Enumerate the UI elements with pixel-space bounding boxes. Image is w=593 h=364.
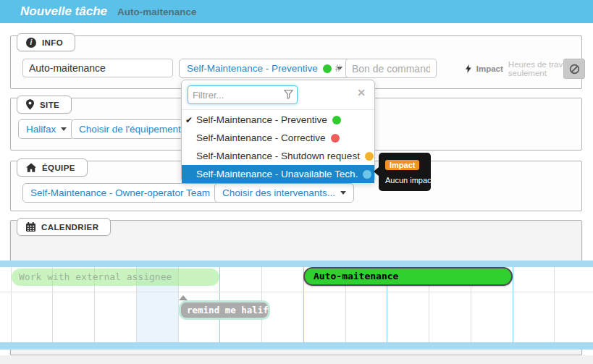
calendar-panel-tab: CALENDRIER xyxy=(17,218,111,236)
calendar-timeline: Work with external assignee Auto-maitena… xyxy=(0,261,593,350)
timeline-top-band xyxy=(0,261,593,267)
info-tab-label: INFO xyxy=(42,38,63,47)
home-icon xyxy=(26,163,36,172)
team-panel-tab: ÉQUIPE xyxy=(17,158,88,177)
impact-label: Impact xyxy=(476,64,503,73)
page-subtitle: Auto-maitenance xyxy=(117,7,197,17)
calendar-event-ghost[interactable]: Work with external assignee xyxy=(12,268,219,286)
circle-slash-icon xyxy=(569,64,580,75)
site-selected-label: Halifax xyxy=(26,124,56,135)
page-title: Nouvelle tâche xyxy=(20,4,107,19)
tooltip-arrow-icon xyxy=(374,167,379,176)
event-start-marker-icon xyxy=(179,295,188,300)
site-panel-tab: SITE xyxy=(17,96,72,114)
dropdown-option-shutdown-request[interactable]: Self-Maintenance - Shutdown request xyxy=(182,147,374,165)
calendar-icon xyxy=(26,222,35,232)
caret-down-icon xyxy=(340,191,346,195)
dropdown-separator xyxy=(182,109,374,110)
timeline-grid: Work with external assignee Auto-maitena… xyxy=(0,267,593,342)
no-impact-button[interactable] xyxy=(563,59,585,79)
category-color-dot xyxy=(323,64,332,73)
equipment-select-button[interactable]: Choisir de l'équipement... xyxy=(71,119,197,139)
app-header: Nouvelle tâche Auto-maitenance xyxy=(0,0,593,23)
site-tab-label: SITE xyxy=(40,101,59,109)
dropdown-option-preventive[interactable]: ✔ Self-Maintenance - Preventive xyxy=(182,111,374,129)
calendar-event-current-task[interactable]: Auto-maitenance xyxy=(303,267,513,286)
grid-row-divider xyxy=(0,292,593,292)
assignees-select-button[interactable]: Choisir des intervenants... xyxy=(214,183,354,203)
funnel-icon xyxy=(284,90,293,99)
team-selected-label: Self-Maintenance - Owner-operator Team xyxy=(30,187,210,198)
impact-tooltip: Impact Aucun impact xyxy=(379,153,431,191)
team-select-button[interactable]: Self-Maintenance - Owner-operator Team xyxy=(22,183,229,203)
option-label: Self-Maintenance - Corrective xyxy=(196,132,326,143)
option-label: Self-Maintenance - Unavailable Tech. xyxy=(196,169,358,179)
task-name-input[interactable] xyxy=(22,59,173,77)
site-select-button[interactable]: Halifax xyxy=(18,119,75,139)
option-color-dot xyxy=(332,116,341,124)
equipment-placeholder-label: Choisir de l'équipement... xyxy=(79,124,189,135)
grid-line-week xyxy=(513,267,513,342)
info-icon xyxy=(26,38,36,48)
close-icon[interactable]: ✕ xyxy=(357,88,366,98)
order-number-prefix: # xyxy=(335,62,341,74)
grid-line xyxy=(554,267,555,342)
lightning-bolt-icon xyxy=(466,63,471,75)
filter-input[interactable] xyxy=(188,85,298,104)
timeline-bottom-band xyxy=(0,342,593,350)
caret-down-icon xyxy=(61,127,67,131)
category-select-button[interactable]: Self-Maintenance - Preventive xyxy=(179,59,350,78)
team-tab-label: ÉQUIPE xyxy=(42,164,75,172)
dropdown-option-unavailable-tech[interactable]: Self-Maintenance - Unavailable Tech. xyxy=(182,165,374,183)
category-selected-label: Self-Maintenance - Preventive xyxy=(187,63,318,74)
option-color-dot xyxy=(363,170,371,179)
info-panel-tab: INFO xyxy=(17,33,75,51)
calendar-panel: CALENDRIER Work with external assignee A… xyxy=(10,220,582,355)
tooltip-impact-text: Aucun impact xyxy=(385,176,424,185)
page-footer-strip xyxy=(0,355,593,364)
category-dropdown: ✕ ✔ Self-Maintenance - Preventive Self-M… xyxy=(181,80,375,182)
calendar-event-reminder[interactable]: remind me halifax xyxy=(179,300,270,320)
order-number-input[interactable] xyxy=(345,59,437,78)
assignees-placeholder-label: Choisir des intervenants... xyxy=(222,187,335,198)
option-label: Self-Maintenance - Shutdown request xyxy=(196,151,360,161)
option-color-dot xyxy=(365,152,374,161)
calendar-tab-label: CALENDRIER xyxy=(41,223,98,232)
check-icon: ✔ xyxy=(185,115,193,125)
option-label: Self-Maintenance - Preventive xyxy=(196,114,327,125)
dropdown-option-corrective[interactable]: Self-Maintenance - Corrective xyxy=(182,129,374,147)
filter-input-wrap xyxy=(188,85,298,104)
dropdown-option-list: ✔ Self-Maintenance - Preventive Self-Mai… xyxy=(182,111,374,183)
map-pin-icon xyxy=(26,99,34,110)
option-color-dot xyxy=(331,134,340,143)
tooltip-impact-badge: Impact xyxy=(385,160,419,170)
